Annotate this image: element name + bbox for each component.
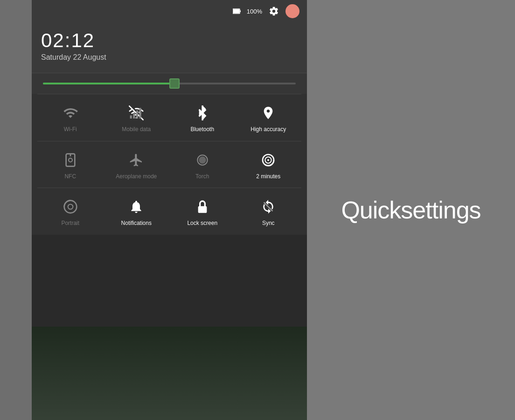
svg-rect-19 <box>198 206 207 213</box>
timeout-label: 2 minutes <box>256 173 280 181</box>
battery-percent: 100% <box>247 8 262 15</box>
tile-wifi[interactable]: Wi-Fi <box>42 98 98 137</box>
brightness-slider-thumb[interactable] <box>169 78 180 89</box>
tile-aeroplane[interactable]: Aeroplane mode <box>108 145 164 184</box>
tile-sync[interactable]: Sync <box>240 192 296 231</box>
app-title: Quicksettings <box>341 196 480 224</box>
datetime-section: 02:12 Saturday 22 August <box>32 22 307 73</box>
tile-signal[interactable]: Mobile data <box>108 98 164 137</box>
phone-background <box>32 327 307 420</box>
tile-lockscreen[interactable]: Lock screen <box>174 192 230 231</box>
quicksettings-panel: Wi-Fi Mobile data <box>32 73 307 235</box>
sync-label: Sync <box>262 220 275 227</box>
timeout-icon <box>259 151 278 169</box>
location-icon <box>259 104 278 122</box>
right-section: Quicksettings <box>307 0 515 420</box>
tiles-row-2: NFC Aeroplane mode To <box>32 141 307 188</box>
left-border <box>0 0 32 420</box>
avatar[interactable] <box>285 4 299 18</box>
tile-portrait[interactable]: Portrait <box>42 192 98 231</box>
signal-label: Mobile data <box>122 126 151 133</box>
tile-nfc[interactable]: NFC <box>42 145 98 184</box>
tile-location[interactable]: High accuracy <box>240 98 296 137</box>
phone-mockup: 100% 02:12 Saturday 22 August <box>32 0 307 420</box>
aeroplane-icon <box>127 151 146 169</box>
sync-icon <box>259 197 278 216</box>
svg-rect-2 <box>240 10 241 12</box>
tile-timeout[interactable]: 2 minutes <box>240 145 296 184</box>
location-label: High accuracy <box>251 126 286 133</box>
tile-notifications[interactable]: Notifications <box>108 192 164 231</box>
svg-point-16 <box>267 159 269 161</box>
notifications-label: Notifications <box>121 220 152 227</box>
portrait-icon <box>61 197 80 216</box>
date-display: Saturday 22 August <box>41 53 298 62</box>
bluetooth-label: Bluetooth <box>190 126 214 133</box>
bluetooth-icon <box>193 104 212 122</box>
tile-bluetooth[interactable]: Bluetooth <box>174 98 230 137</box>
signal-icon <box>127 104 146 122</box>
lockscreen-label: Lock screen <box>187 220 217 227</box>
torch-icon <box>193 151 212 169</box>
brightness-section <box>32 73 307 94</box>
brightness-slider-track[interactable] <box>43 83 296 84</box>
torch-label: Torch <box>195 173 209 181</box>
tiles-row-3: Portrait Notifications <box>32 188 307 235</box>
status-bar: 100% <box>32 0 307 22</box>
wifi-label: Wi-Fi <box>64 126 77 133</box>
nfc-label: NFC <box>64 173 76 181</box>
time-display: 02:12 <box>41 30 298 51</box>
brightness-slider-fill <box>43 83 174 84</box>
svg-rect-6 <box>139 108 141 119</box>
portrait-label: Portrait <box>61 220 79 227</box>
svg-rect-3 <box>130 116 132 119</box>
tile-torch[interactable]: Torch <box>174 145 230 184</box>
tiles-row-1: Wi-Fi Mobile data <box>32 94 307 141</box>
svg-point-9 <box>69 158 72 162</box>
settings-icon[interactable] <box>268 5 280 17</box>
notifications-icon <box>127 197 146 216</box>
wifi-icon <box>61 104 80 122</box>
nfc-icon <box>61 151 80 169</box>
svg-rect-5 <box>136 111 138 119</box>
aeroplane-label: Aeroplane mode <box>116 173 157 181</box>
svg-rect-1 <box>233 9 239 13</box>
svg-rect-4 <box>133 113 135 119</box>
lockscreen-icon <box>193 197 212 216</box>
svg-point-11 <box>199 157 205 163</box>
svg-point-18 <box>68 204 73 210</box>
battery-icon <box>233 8 241 14</box>
